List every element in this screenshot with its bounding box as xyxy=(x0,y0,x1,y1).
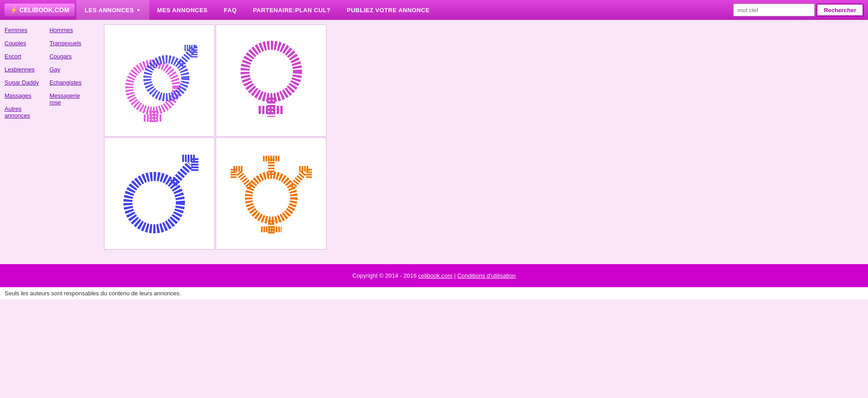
footer-cgu-link[interactable]: Conditions d'utilisation xyxy=(457,272,515,279)
sidebar-item-lesbiennes[interactable]: Lesbiennes xyxy=(5,66,47,73)
svg-point-8 xyxy=(128,176,180,229)
nav-faq[interactable]: FAQ xyxy=(216,0,245,20)
footer-copyright: Copyright © 2014 - 2016 xyxy=(353,272,418,279)
svg-line-9 xyxy=(173,164,190,184)
nav-publiez[interactable]: PUBLIEZ VOTRE ANNONCE xyxy=(339,0,438,20)
sidebar-item-messagerie[interactable]: Messagerie rose xyxy=(49,92,92,106)
nav-partenaire[interactable]: PARTENAIRE:PLAN CUL? xyxy=(245,0,339,20)
footer-separator: | xyxy=(453,272,458,279)
grid-row-1 xyxy=(104,24,863,137)
sidebar-item-femmes[interactable]: Femmes xyxy=(5,27,47,33)
sidebar-item-gay[interactable]: Gay xyxy=(49,66,92,73)
sidebar-item-sugardaddy[interactable]: Sugar Daddy xyxy=(5,79,47,86)
nav-les-annonces[interactable]: LES ANNONCES ▼ xyxy=(76,0,149,20)
logo[interactable]: ⚡ CELIBOOK.COM xyxy=(5,4,75,16)
search-area: Rechercher xyxy=(733,4,863,16)
grid-cell-male[interactable] xyxy=(104,137,215,250)
svg-line-18 xyxy=(292,172,304,188)
grid-cell-female[interactable] xyxy=(216,24,326,137)
sidebar-item-hommes[interactable]: Hommes xyxy=(49,27,92,33)
sidebar-col1: Femmes Couples Escort Lesbiennes Sugar D… xyxy=(5,27,47,125)
grid-row-2 xyxy=(104,137,863,251)
svg-point-12 xyxy=(249,175,294,220)
main: Femmes Couples Escort Lesbiennes Sugar D… xyxy=(0,20,868,255)
content-grid xyxy=(99,20,868,255)
grid-cell-hetero[interactable] xyxy=(104,24,215,137)
svg-line-15 xyxy=(238,172,250,188)
sidebar-item-massages[interactable]: Massages xyxy=(5,92,47,99)
svg-point-5 xyxy=(245,45,297,98)
sidebar-item-escort[interactable]: Escort xyxy=(5,53,47,60)
dropdown-arrow-icon: ▼ xyxy=(136,8,141,13)
grid-cell-trans[interactable] xyxy=(216,137,326,250)
footer-site-link[interactable]: celibook.com xyxy=(418,272,453,279)
sidebar-item-cougars[interactable]: Cougars xyxy=(49,53,92,60)
sidebar-item-autres[interactable]: Autres annonces xyxy=(5,105,47,119)
sidebar-col2: Hommes Transexuels Cougars Gay Echangist… xyxy=(49,27,92,112)
footer: Copyright © 2014 - 2016 celibook.com | C… xyxy=(0,264,868,287)
sidebar: Femmes Couples Escort Lesbiennes Sugar D… xyxy=(0,20,99,255)
nav-mes-annonces[interactable]: MES ANNONCES xyxy=(149,0,216,20)
sidebar-item-transexuels[interactable]: Transexuels xyxy=(49,40,92,47)
search-button[interactable]: Rechercher xyxy=(816,4,863,16)
disclaimer: Seuls les auteurs sont responsables du c… xyxy=(0,287,868,299)
header: ⚡ CELIBOOK.COM LES ANNONCES ▼ MES ANNONC… xyxy=(0,0,868,20)
sidebar-item-echangistes[interactable]: Echangistes xyxy=(49,79,92,86)
search-input[interactable] xyxy=(733,4,815,16)
sidebar-item-couples[interactable]: Couples xyxy=(5,40,47,47)
